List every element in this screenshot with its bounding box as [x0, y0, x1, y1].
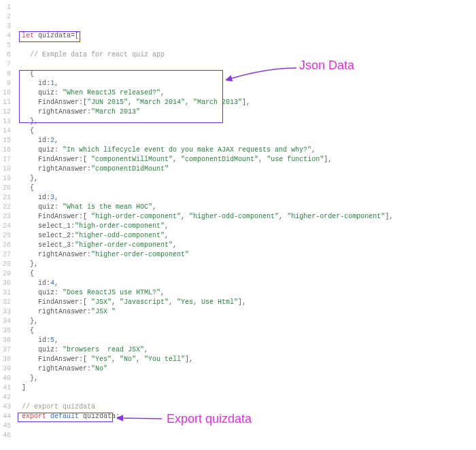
code-line: 30 id:4,	[0, 279, 476, 288]
line-number: 13	[0, 117, 18, 126]
code-content: {	[18, 326, 34, 336]
code-content: FindAnswer:[ "JSX", "Javascript", "Yes, …	[18, 298, 246, 307]
line-number: 10	[0, 88, 18, 98]
code-line: 6 // Exmple data for react quiz app	[0, 50, 476, 60]
line-number: 9	[0, 79, 18, 88]
code-line: 43 // export quizdata	[0, 402, 476, 412]
code-content: FindAnswer:[ "high-order-component", "hi…	[18, 212, 393, 222]
code-content: {	[18, 69, 34, 79]
line-number: 29	[0, 269, 18, 279]
code-content: FindAnswer:[ "componentWillMount", "comp…	[18, 155, 332, 165]
line-number: 12	[0, 107, 18, 117]
code-line: 42	[0, 393, 476, 402]
code-line: 26 select_3:"higher-order-component",	[0, 241, 476, 250]
line-number: 30	[0, 279, 18, 288]
line-number: 6	[0, 50, 18, 60]
line-number: 27	[0, 250, 18, 260]
code-content: {	[18, 269, 34, 279]
code-line: 21 id:3,	[0, 193, 476, 203]
line-number: 24	[0, 222, 18, 231]
line-number: 35	[0, 326, 18, 336]
code-line: 27 rightAnaswer:"higher-order-component"	[0, 250, 476, 260]
code-content: id:3,	[18, 193, 58, 203]
code-line: 40 },	[0, 374, 476, 383]
code-content: select_1:"high-order-component",	[18, 222, 169, 231]
line-number: 42	[0, 393, 18, 402]
code-content: id:4,	[18, 279, 58, 288]
code-line: 20 {	[0, 184, 476, 193]
code-content: id:2,	[18, 136, 58, 145]
code-content: },	[18, 174, 38, 184]
code-line: 28 },	[0, 260, 476, 269]
export-quizdata-label: Export quizdata	[167, 412, 252, 426]
line-number: 28	[0, 260, 18, 269]
code-content: rightAnaswer:"March 2013"	[18, 107, 140, 117]
line-number: 14	[0, 126, 18, 136]
code-line: 5	[0, 41, 476, 50]
code-line: 12 rightAnaswer:"March 2013"	[0, 107, 476, 117]
code-content: FindAnswer:[ "Yes", "No", "You tell"],	[18, 355, 193, 364]
code-content: rightAnaswer:"JSX "	[18, 307, 116, 317]
code-line: 3	[0, 22, 476, 31]
code-content: FindAnswer:["JUN 2015", "March 2014", "M…	[18, 98, 250, 107]
line-number: 15	[0, 136, 18, 145]
line-number: 18	[0, 165, 18, 174]
code-content: quiz: "When ReactJS released?",	[18, 88, 165, 98]
code-content: // Exmple data for react quiz app	[18, 50, 165, 60]
line-number: 11	[0, 98, 18, 107]
code-line: 29 {	[0, 269, 476, 279]
line-number: 4	[0, 31, 18, 41]
line-number: 1	[0, 3, 18, 12]
code-line: 25 select_2:"higher-odd-component",	[0, 231, 476, 241]
code-line: 19 },	[0, 174, 476, 184]
code-line: 23 FindAnswer:[ "high-order-component", …	[0, 212, 476, 222]
code-line: 15 id:2,	[0, 136, 476, 145]
line-number: 7	[0, 60, 18, 69]
code-editor: 1234 let quizdata=[56 // Exmple data for…	[0, 0, 476, 446]
code-line: 16 quiz: "In which lifecycle event do yo…	[0, 145, 476, 155]
code-content: rightAnaswer:"componentDidMount"	[18, 165, 169, 174]
code-line: 39 rightAnaswer:"No"	[0, 364, 476, 374]
line-number: 44	[0, 412, 18, 421]
code-line: 8 {	[0, 69, 476, 79]
code-line: 2	[0, 12, 476, 22]
code-content: ]	[18, 383, 26, 393]
line-number: 38	[0, 355, 18, 364]
line-number: 26	[0, 241, 18, 250]
line-number: 23	[0, 212, 18, 222]
line-number: 36	[0, 336, 18, 345]
code-line: 31 quiz: "Does ReactJS use HTML?",	[0, 288, 476, 298]
code-line: 14 {	[0, 126, 476, 136]
line-number: 20	[0, 184, 18, 193]
line-number: 5	[0, 41, 18, 50]
line-number: 21	[0, 193, 18, 203]
json-data-label: Json Data	[299, 58, 354, 73]
code-content: quiz: "What is the mean HOC",	[18, 203, 156, 212]
code-line: 36 id:5,	[0, 336, 476, 345]
line-number: 2	[0, 12, 18, 22]
code-line: 7	[0, 60, 476, 69]
code-content: rightAnaswer:"higher-order-component"	[18, 250, 189, 260]
line-number: 33	[0, 307, 18, 317]
code-content: {	[18, 184, 34, 193]
line-number: 22	[0, 203, 18, 212]
code-line: 18 rightAnaswer:"componentDidMount"	[0, 165, 476, 174]
code-content: },	[18, 317, 38, 326]
line-number: 32	[0, 298, 18, 307]
code-content: let quizdata=[	[18, 31, 79, 41]
line-number: 25	[0, 231, 18, 241]
line-number: 17	[0, 155, 18, 165]
code-content: quiz: "browsers read JSX",	[18, 345, 148, 355]
line-number: 16	[0, 145, 18, 155]
line-number: 37	[0, 345, 18, 355]
line-number: 19	[0, 174, 18, 184]
code-content: export default quizdata;	[18, 412, 120, 421]
code-line: 9 id:1,	[0, 79, 476, 88]
code-content: },	[18, 260, 38, 269]
line-number: 3	[0, 22, 18, 31]
code-line: 24 select_1:"high-order-component",	[0, 222, 476, 231]
code-content: rightAnaswer:"No"	[18, 364, 107, 374]
code-content: },	[18, 117, 38, 126]
code-content: id:5,	[18, 336, 58, 345]
line-number: 46	[0, 431, 18, 440]
